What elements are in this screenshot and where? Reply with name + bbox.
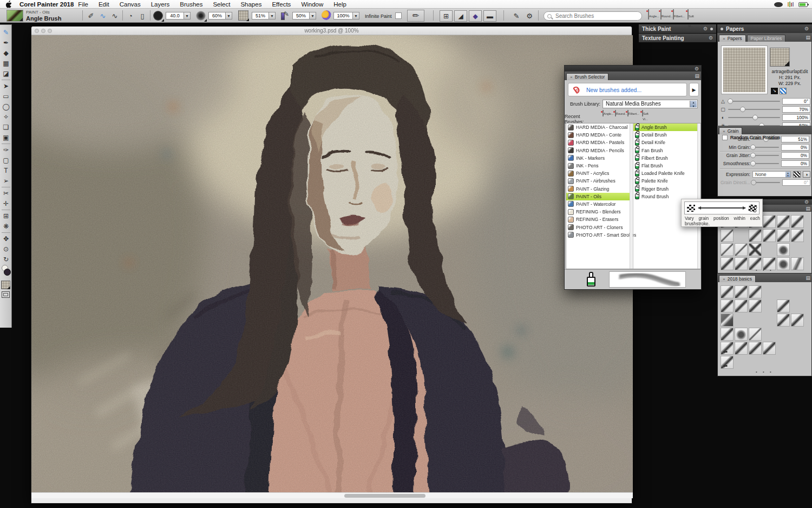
brush-dab-cell[interactable] xyxy=(791,215,804,228)
close-icon[interactable]: × xyxy=(723,277,725,282)
brush-dab-cell[interactable] xyxy=(777,314,790,327)
papers-panel-header[interactable]: Papers ⚙ xyxy=(717,24,812,33)
menu-item-help[interactable]: Help xyxy=(333,1,346,8)
close-icon[interactable]: × xyxy=(723,36,725,41)
opacity-icon[interactable] xyxy=(196,11,206,21)
brush-dab-cell[interactable] xyxy=(749,243,762,256)
slider-track[interactable] xyxy=(752,163,779,164)
blend-icon[interactable] xyxy=(322,10,331,20)
brush-dab-cell[interactable] xyxy=(777,243,790,256)
brush-dab-cell[interactable] xyxy=(721,342,734,355)
status-oval-icon[interactable] xyxy=(774,2,783,7)
gear-icon[interactable]: ⚙ xyxy=(804,199,809,205)
brush-library-dropdown[interactable]: Natural Media Brushes ▴▾ xyxy=(603,100,698,108)
brush-dab-cell[interactable] xyxy=(735,285,748,298)
close-icon[interactable]: × xyxy=(570,75,573,80)
banner-play-button[interactable]: ▶ xyxy=(689,83,699,96)
opacity-dropdown[interactable]: ▼ xyxy=(226,12,232,19)
brush-dab-cell[interactable] xyxy=(749,285,762,298)
slider-value[interactable]: 51% xyxy=(781,136,809,142)
brush-ghost-icon[interactable]: ◔ xyxy=(125,10,136,22)
panel-resize-dots[interactable]: • • • xyxy=(718,268,811,272)
lasso-tool[interactable]: ◯ xyxy=(0,101,12,112)
menu-item-window[interactable]: Window xyxy=(301,1,323,8)
panel-options-icon[interactable]: ▤ xyxy=(806,275,810,281)
random-grain-position-checkbox[interactable]: Random Grain Position xyxy=(722,134,780,141)
main-color-swatch[interactable] xyxy=(4,269,11,276)
flat-nib-icon[interactable]: ▬ xyxy=(483,10,496,22)
apple-icon[interactable] xyxy=(5,1,12,8)
menu-item-file[interactable]: File xyxy=(78,1,88,8)
paper-blend-icon[interactable] xyxy=(780,88,787,94)
slider-thumb[interactable] xyxy=(740,107,745,112)
new-brushes-banner[interactable]: New brushes added... xyxy=(568,83,687,96)
opacity-field[interactable]: 60% xyxy=(208,12,226,19)
slider-thumb[interactable] xyxy=(750,153,756,158)
menu-item-effects[interactable]: Effects xyxy=(272,1,291,8)
slider-track[interactable] xyxy=(752,155,779,156)
tab-2018-basics[interactable]: ×2018 basics xyxy=(719,275,756,282)
dropper-tool[interactable]: ✒ xyxy=(0,37,12,48)
variant-loaded-palette-knife[interactable]: Loaded Palette Knife xyxy=(633,170,700,177)
variant-detail-knife[interactable]: Detail Knife xyxy=(633,139,700,146)
menu-item-layers[interactable]: Layers xyxy=(151,1,170,8)
slider-thumb[interactable] xyxy=(750,145,756,150)
category-ink-pens[interactable]: INK - Pens xyxy=(566,162,633,170)
variant-detail-brush[interactable]: Detail Brush xyxy=(633,131,700,139)
layer-adjuster-tool[interactable]: ➤ xyxy=(0,81,12,91)
close-icon[interactable]: × xyxy=(723,129,725,134)
category-paint-acrylics[interactable]: PAINT - Acrylics xyxy=(566,170,633,177)
slider-track[interactable] xyxy=(728,109,780,110)
grain-field[interactable]: 51% xyxy=(252,12,269,19)
crop-tool[interactable]: ▣ xyxy=(0,132,12,142)
category-hard-media-pastels[interactable]: HARD MEDIA - Pastels xyxy=(566,139,633,146)
variant-filbert-brush[interactable]: Filbert Brush xyxy=(633,154,700,162)
freehand-stroke-icon[interactable]: ✐ xyxy=(86,10,96,22)
brush-dab-cell[interactable] xyxy=(735,243,748,256)
stroke-preview[interactable] xyxy=(609,271,686,288)
category-hard-media-conte[interactable]: HARD MEDIA - Conte xyxy=(566,131,633,139)
resat-field[interactable]: 50% xyxy=(292,12,310,19)
navigation-icon[interactable] xyxy=(2,291,10,298)
rotate-page-tool[interactable]: ↻ xyxy=(0,254,12,264)
clone-source-icon[interactable]: ⊞ xyxy=(440,10,453,22)
recent-brush-filbert[interactable]: Filbert... xyxy=(673,10,684,22)
slider-track[interactable] xyxy=(728,117,780,118)
category-ink-markers[interactable]: INK - Markers xyxy=(566,154,633,162)
app-menu-title[interactable]: Corel Painter 2018 xyxy=(19,1,74,8)
slider-thumb[interactable] xyxy=(728,99,733,104)
variant-fan-brush[interactable]: Fan Brush xyxy=(633,147,700,154)
brush-dab-cell[interactable] xyxy=(763,342,776,355)
panel-options-icon[interactable]: ▤ xyxy=(806,206,810,211)
category-paint-airbrushes[interactable]: PAINT - Airbrushes xyxy=(566,177,633,185)
horizontal-scrollbar[interactable] xyxy=(31,492,633,498)
grain-swatch-icon[interactable] xyxy=(238,10,248,21)
variant-palette-knife[interactable]: Palette Knife xyxy=(633,177,700,185)
grabber-hand-tool[interactable]: ✥ xyxy=(0,233,12,244)
color-swatches[interactable] xyxy=(0,264,12,278)
brush-dab-cell[interactable] xyxy=(791,314,804,327)
expression-direction-icon[interactable]: ◑ xyxy=(803,171,810,178)
scissors-tool[interactable]: ✂ xyxy=(0,188,12,198)
brush-dab-cell[interactable] xyxy=(777,299,790,312)
brush-dab-cell[interactable] xyxy=(735,342,748,355)
variant-angle-brush[interactable]: Angle Brush xyxy=(633,123,700,131)
brush-size-icon[interactable] xyxy=(153,11,163,21)
slider-value[interactable]: 0% xyxy=(781,160,809,167)
variant-scrollbar[interactable] xyxy=(697,123,700,269)
category-paint-watercolor[interactable]: PAINT - Watercolor xyxy=(566,200,633,208)
horizontal-scrollbar-thumb[interactable] xyxy=(344,494,425,498)
canvas-painting[interactable] xyxy=(31,35,633,498)
dab-preview-icon[interactable] xyxy=(586,272,597,287)
document-title-bar[interactable]: working3.psd @ 100% xyxy=(31,27,632,35)
brush-dab-cell[interactable] xyxy=(721,299,734,312)
tab-grain[interactable]: ×Grain xyxy=(719,127,742,134)
ink-drop-icon[interactable]: ◆ xyxy=(469,10,482,22)
recent-brush-angle[interactable]: Angle... xyxy=(603,110,613,123)
search-input[interactable] xyxy=(554,12,638,19)
straight-stroke-icon[interactable]: ∿ xyxy=(109,10,120,22)
variant-flat-brush[interactable]: Flat Brush xyxy=(633,162,700,170)
panel-options-icon[interactable]: ▤ xyxy=(695,73,699,79)
magic-wand-tool[interactable]: ✧ xyxy=(0,112,12,122)
eraser-tool[interactable]: ◪ xyxy=(0,68,12,79)
